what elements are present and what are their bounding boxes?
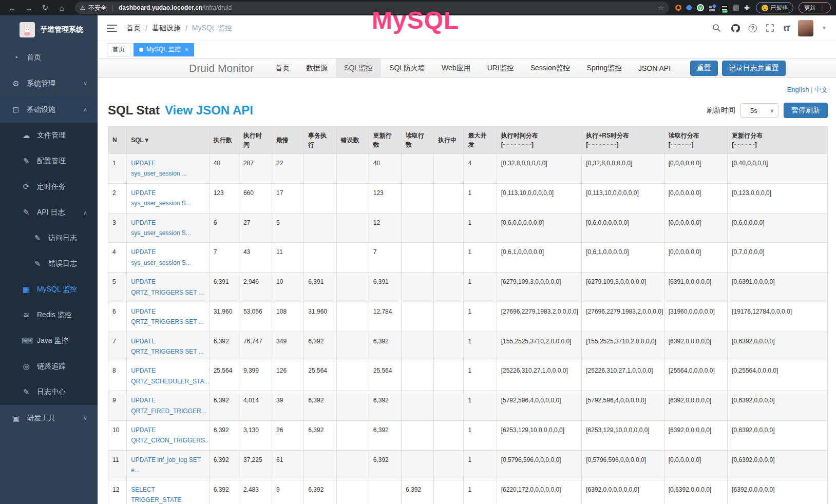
extension-green-icon[interactable]: y	[697, 4, 704, 11]
help-icon[interactable]: ?	[749, 24, 757, 32]
table-header-row: NSQL▼执行数执行时间最慢事务执行错误数更新行数读取行数执行中最大并发执行时间…	[108, 127, 828, 154]
back-icon[interactable]: ←	[5, 2, 20, 14]
druid-nav-item-6[interactable]: Session监控	[522, 59, 579, 77]
lang-chinese-link[interactable]: 中文	[814, 86, 828, 93]
column-header-13[interactable]: 读取行分布[- - - - - -]	[664, 127, 727, 154]
cell-exec: 123	[209, 183, 239, 213]
sql-link[interactable]: UPDATE inf_job_log SET e...	[131, 456, 201, 474]
sidebar-item-7[interactable]: ✎访问日志	[0, 225, 98, 251]
druid-nav-item-3[interactable]: SQL防火墙	[381, 59, 433, 77]
view-json-api-link[interactable]: View JSON API	[165, 103, 253, 118]
cell-tdist: [6279,109,3,0,0,0,0,0]	[497, 273, 582, 302]
tab-close-icon[interactable]: ×	[185, 46, 188, 53]
column-header-6[interactable]: 错误数	[336, 127, 369, 154]
extension-drop-icon[interactable]	[686, 4, 693, 11]
sidebar-item-9[interactable]: ▦MySQL 监控	[0, 277, 98, 302]
cell-time: 287	[239, 154, 272, 184]
browser-menu-icon[interactable]: ⋮	[819, 4, 825, 11]
sidebar-item-4[interactable]: ✎配置管理	[0, 148, 98, 174]
column-header-10[interactable]: 最大并发	[464, 127, 497, 154]
druid-nav-item-5[interactable]: URI监控	[479, 59, 522, 77]
column-header-8[interactable]: 读取行数	[401, 127, 433, 154]
druid-nav-item-2[interactable]: SQL监控	[336, 59, 381, 77]
sidebar-item-13[interactable]: ✎日志中心	[0, 379, 98, 405]
sidebar-item-3[interactable]: ☁文件管理	[0, 123, 98, 148]
sidebar-toggle-icon[interactable]	[107, 25, 117, 32]
sql-link[interactable]: UPDATE QRTZ_FIRED_TRIGGER...	[131, 397, 206, 414]
sidebar-item-14[interactable]: ▣研发工具∨	[0, 405, 98, 431]
druid-nav-item-4[interactable]: Web应用	[433, 59, 479, 77]
sql-link[interactable]: UPDATE QRTZ_SCHEDULER_STA...	[131, 367, 209, 384]
cell-run	[434, 273, 464, 302]
table-row: 10UPDATE QRTZ_CRON_TRIGGERS...6,3923,130…	[108, 421, 828, 451]
sidebar-item-10[interactable]: ≋Redis 监控	[0, 302, 98, 328]
column-header-5[interactable]: 事务执行	[304, 127, 336, 154]
tab-1[interactable]: MySQL 监控×	[134, 43, 194, 56]
sidebar-item-2[interactable]: ⊡基础设施∧	[0, 96, 98, 123]
breadcrumb-home[interactable]: 首页	[126, 24, 141, 33]
column-header-7[interactable]: 更新行数	[369, 127, 401, 154]
home-icon[interactable]: ⌂	[54, 2, 69, 14]
column-header-2[interactable]: 执行数	[209, 127, 239, 154]
tab-0[interactable]: 首页	[107, 43, 130, 56]
reload-icon[interactable]: ↻	[38, 2, 52, 14]
sidebar-item-1[interactable]: ⚙系统管理∨	[0, 70, 98, 96]
sql-link[interactable]: UPDATE QRTZ_TRIGGERS SET ...	[131, 308, 204, 325]
sidebar-item-0[interactable]: ◔首页	[0, 44, 98, 70]
column-header-3[interactable]: 执行时间	[239, 127, 272, 154]
pause-refresh-button[interactable]: 暂停刷新	[784, 103, 828, 118]
sql-link[interactable]: UPDATE QRTZ_TRIGGERS SET ...	[131, 278, 204, 296]
sql-link[interactable]: UPDATE sys_user_session ...	[131, 160, 187, 177]
sidebar-item-6[interactable]: ✎API 日志∧	[0, 200, 98, 225]
sidebar-item-11[interactable]: ⌨Java 监控	[0, 328, 98, 354]
user-menu-caret-icon[interactable]: ▼	[822, 25, 827, 31]
cell-slow: 22	[272, 154, 304, 184]
bookmark-star-icon[interactable]: ☆	[658, 4, 664, 12]
security-label[interactable]: 不安全	[88, 4, 107, 12]
column-header-4[interactable]: 最慢	[272, 127, 304, 154]
chevron-up-icon: ∧	[83, 209, 87, 216]
sql-link[interactable]: UPDATE QRTZ_TRIGGERS SET ...	[131, 338, 204, 355]
druid-nav-item-0[interactable]: 首页	[267, 59, 298, 77]
column-header-1[interactable]: SQL▼	[127, 127, 210, 154]
breadcrumb-infra[interactable]: 基础设施	[152, 24, 181, 33]
sql-link[interactable]: UPDATE sys_user_session S...	[131, 189, 191, 207]
druid-nav-item-7[interactable]: Spring监控	[579, 59, 630, 77]
refresh-interval-select[interactable]: 5s ∨	[740, 103, 778, 118]
column-header-12[interactable]: 执行+RS时分布[- - - - - - - -]	[582, 127, 664, 154]
search-icon[interactable]	[712, 23, 722, 33]
sidebar-item-label: Redis 监控	[37, 311, 72, 320]
sidebar-item-8[interactable]: ✎错误日志	[0, 251, 98, 277]
cell-read	[401, 243, 433, 273]
user-avatar[interactable]	[798, 20, 813, 36]
sql-link[interactable]: UPDATE sys_user_session S...	[131, 248, 191, 266]
sidebar-logo[interactable]: 芋道管理系统	[0, 15, 98, 44]
extension-ring-icon[interactable]	[675, 5, 681, 11]
cell-conc: 1	[464, 273, 497, 302]
sql-link[interactable]: SELECT TRIGGER_STATE	[131, 486, 181, 503]
reset-button[interactable]: 重置	[690, 61, 718, 76]
paused-chip[interactable]: 已暂停	[756, 2, 793, 13]
sidebar-item-12[interactable]: ◎链路追踪	[0, 354, 98, 379]
log-and-reset-button[interactable]: 记录日志并重置	[722, 61, 786, 76]
column-header-9[interactable]: 执行中	[434, 127, 464, 154]
extension-grid-icon[interactable]	[709, 5, 716, 11]
font-size-icon[interactable]: tT	[784, 24, 790, 32]
column-header-0[interactable]: N	[108, 127, 127, 154]
column-header-14[interactable]: 更新行分布[- - - - - -]	[728, 127, 828, 154]
column-header-11[interactable]: 执行时间分布[- - - - - - - -]	[497, 127, 582, 154]
sql-link[interactable]: UPDATE QRTZ_CRON_TRIGGERS...	[131, 427, 209, 444]
sidebar-item-label: 研发工具	[27, 414, 55, 423]
druid-nav-item-8[interactable]: JSON API	[630, 59, 679, 77]
update-chip[interactable]: 更新⋮	[799, 2, 831, 13]
lang-english-link[interactable]: English	[787, 86, 809, 93]
extension-misc-icon[interactable]	[733, 5, 739, 11]
forward-icon[interactable]: →	[22, 2, 36, 14]
extensions-puzzle-icon[interactable]: ✚	[744, 5, 751, 11]
extension-list-icon[interactable]: on	[721, 5, 728, 11]
druid-nav-item-1[interactable]: 数据源	[298, 59, 336, 77]
sidebar-item-5[interactable]: ⟳定时任务	[0, 174, 98, 200]
sql-link[interactable]: UPDATE sys_user_session S...	[131, 219, 191, 237]
fullscreen-icon[interactable]	[765, 23, 775, 33]
github-icon[interactable]	[730, 23, 740, 33]
